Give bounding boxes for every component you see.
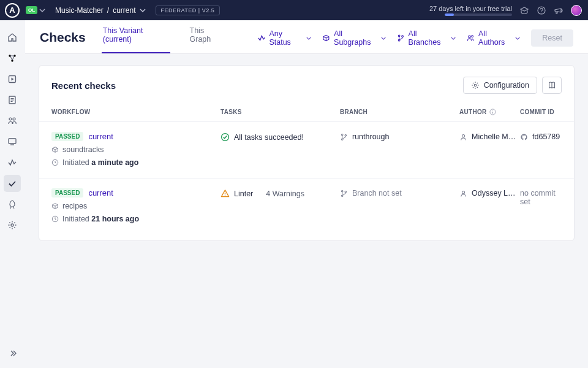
person-icon <box>459 190 467 197</box>
svg-point-14 <box>472 36 473 37</box>
book-icon <box>548 81 556 90</box>
page-title: Checks <box>40 30 86 53</box>
breadcrumb-variant[interactable]: current <box>113 6 135 15</box>
sidebar-item-launches[interactable] <box>4 196 21 213</box>
configuration-button[interactable]: Configuration <box>463 77 537 94</box>
branch-icon <box>340 133 348 141</box>
status-badge: PASSED <box>51 188 83 197</box>
chevron-down-icon[interactable] <box>140 7 146 13</box>
workflow-subgraph: recipes <box>51 202 221 210</box>
svg-point-6 <box>9 118 12 120</box>
filter-subgraphs-label: All Subgraphs <box>334 29 377 47</box>
breadcrumb-graph[interactable]: Music-Matcher <box>55 6 104 15</box>
sidebar-item-checks[interactable] <box>4 175 21 192</box>
variant-link[interactable]: current <box>88 132 113 141</box>
check-circle-icon <box>221 132 230 142</box>
tab-this-graph[interactable]: This Graph <box>189 26 226 53</box>
trial-indicator[interactable]: 27 days left in your free trial <box>429 5 512 16</box>
sidebar-item-insights[interactable] <box>4 154 21 171</box>
svg-point-20 <box>341 138 343 140</box>
svg-point-15 <box>474 84 477 86</box>
chevron-down-icon[interactable] <box>39 7 45 13</box>
branch-cell: runthrough <box>340 132 459 141</box>
svg-point-25 <box>341 194 343 196</box>
table-row[interactable]: PASSEDcurrentsoundtracksInitiated a minu… <box>39 122 574 178</box>
col-tasks: TASKS <box>221 109 340 115</box>
topbar: A OL Music-Matcher / current FEDERATED |… <box>0 0 588 20</box>
variant-link[interactable]: current <box>88 188 113 197</box>
filters: Any Status All Subgraphs All Branches Al… <box>258 29 573 53</box>
filter-status[interactable]: Any Status <box>258 29 312 47</box>
sidebar-item-explorer[interactable] <box>4 71 21 88</box>
svg-point-21 <box>345 134 347 136</box>
card-title: Recent checks <box>51 80 116 91</box>
svg-point-13 <box>469 36 471 38</box>
filter-branches-label: All Branches <box>409 29 448 47</box>
col-commit: COMMIT ID <box>520 109 562 115</box>
table-header: WORKFLOW TASKS BRANCH AUTHOR COMMIT ID <box>39 102 574 122</box>
svg-point-10 <box>398 35 400 37</box>
tasks-cell: Linter 4 Warnings <box>221 188 340 198</box>
docs-button[interactable] <box>542 77 562 94</box>
checks-card: Recent checks Configuration WORKFLOW TAS… <box>39 65 575 241</box>
sidebar-item-schema[interactable] <box>4 50 21 67</box>
filter-authors[interactable]: All Authors <box>467 29 520 47</box>
filter-branches[interactable]: All Branches <box>397 29 456 47</box>
help-icon[interactable] <box>537 6 546 15</box>
svg-point-12 <box>402 36 404 37</box>
reset-button[interactable]: Reset <box>531 29 573 47</box>
sidebar-collapse[interactable] <box>4 345 21 362</box>
svg-point-9 <box>11 224 13 226</box>
branch-cell: Branch not set <box>340 188 459 197</box>
page-header: Checks This Variant (current) This Graph… <box>25 20 588 54</box>
sidebar-item-operations[interactable] <box>4 133 21 150</box>
sidebar-item-clients[interactable] <box>4 112 21 129</box>
trial-text: 27 days left in your free trial <box>429 5 512 12</box>
workflow-cell: PASSEDcurrentsoundtracksInitiated a minu… <box>51 132 221 167</box>
org-badge[interactable]: OL <box>26 6 37 14</box>
svg-point-24 <box>341 190 343 192</box>
clock-icon <box>51 159 59 166</box>
col-author: AUTHOR <box>459 109 520 115</box>
branch-icon <box>340 190 348 197</box>
svg-point-26 <box>345 191 347 193</box>
apollo-logo[interactable]: A <box>5 3 20 18</box>
info-icon[interactable] <box>489 109 496 115</box>
author-cell: Michelle Mab… <box>459 132 520 141</box>
tabs: This Variant (current) This Graph <box>102 26 226 53</box>
sidebar-item-home[interactable] <box>4 29 21 46</box>
clock-icon <box>51 215 59 223</box>
table-row[interactable]: PASSEDcurrentrecipesInitiated 21 hours a… <box>39 178 574 240</box>
workflow-subgraph: soundtracks <box>51 145 221 154</box>
sidebar-item-settings[interactable] <box>4 217 21 234</box>
commit-cell: fd65789 <box>520 132 562 141</box>
gear-icon <box>471 81 480 90</box>
tasks-cell: All tasks succeeded! <box>221 132 340 142</box>
main: Checks This Variant (current) This Graph… <box>25 20 588 368</box>
svg-rect-8 <box>9 139 16 144</box>
breadcrumb: Music-Matcher / current <box>55 6 145 15</box>
svg-point-7 <box>13 118 15 120</box>
svg-point-19 <box>341 134 343 136</box>
education-icon[interactable] <box>519 6 529 15</box>
filter-authors-label: All Authors <box>478 29 511 47</box>
warning-icon <box>221 189 230 198</box>
cube-icon <box>51 202 59 210</box>
workflow-time: Initiated 21 hours ago <box>51 215 221 223</box>
filter-subgraphs[interactable]: All Subgraphs <box>322 29 386 47</box>
megaphone-icon[interactable] <box>554 6 564 15</box>
sidebar <box>0 20 25 368</box>
author-cell: Odyssey Lear… <box>459 188 520 197</box>
commit-cell: no commit set <box>520 188 562 206</box>
tab-this-variant[interactable]: This Variant (current) <box>102 26 170 53</box>
cube-icon <box>51 146 59 153</box>
sidebar-item-changelog[interactable] <box>4 91 21 109</box>
filter-status-label: Any Status <box>269 29 303 47</box>
workflow-cell: PASSEDcurrentrecipesInitiated 21 hours a… <box>51 188 221 223</box>
configuration-label: Configuration <box>484 81 529 90</box>
github-icon <box>520 133 528 141</box>
avatar[interactable] <box>571 5 582 16</box>
status-badge: PASSED <box>51 132 83 141</box>
trial-progress <box>445 13 512 16</box>
workflow-time: Initiated a minute ago <box>51 158 221 167</box>
